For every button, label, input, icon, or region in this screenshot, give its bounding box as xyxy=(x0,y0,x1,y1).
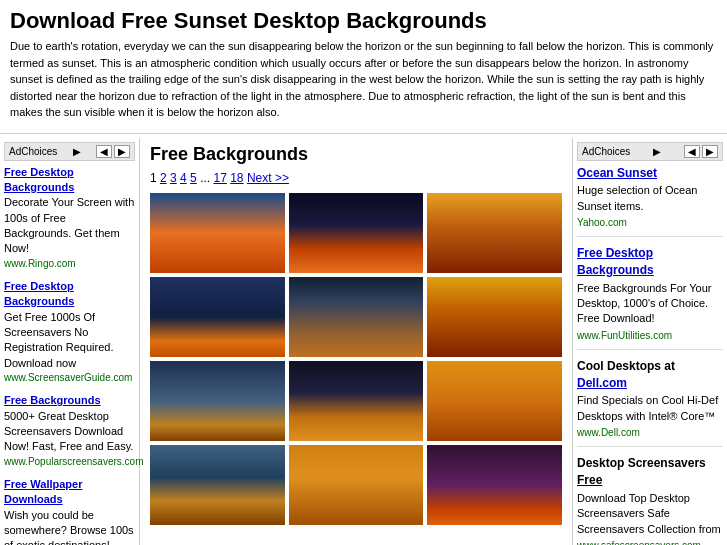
grid-image-5[interactable] xyxy=(289,277,424,357)
left-ad-desc-4: Wish you could be somewhere? Browse 100s… xyxy=(4,508,135,545)
left-ad-prev-button[interactable]: ◀ xyxy=(96,145,112,158)
grid-image-2[interactable] xyxy=(289,193,424,273)
left-ad-choices-label: AdChoices xyxy=(9,146,57,157)
right-ad-desc-1: Huge selection of Ocean Sunset items. xyxy=(577,183,723,214)
left-ad-desc-1: Decorate Your Screen with 100s of Free B… xyxy=(4,195,135,257)
right-ad-url-4: www.safescreensavers.com xyxy=(577,539,723,545)
left-ad-link-4[interactable]: Free WallpaperDownloads xyxy=(4,478,82,505)
left-ad-desc-2: Get Free 1000s Of Screensavers No Regist… xyxy=(4,310,135,372)
right-ad-title-1: Ocean Sunset xyxy=(577,165,723,182)
grid-image-11[interactable] xyxy=(289,445,424,525)
left-ad-item-4: Free WallpaperDownloads Wish you could b… xyxy=(4,477,135,545)
right-ad-nav[interactable]: ◀ ▶ xyxy=(684,145,718,158)
center-content: Free Backgrounds 1 2 3 4 5 ... 17 18 Nex… xyxy=(140,138,572,546)
left-ad-item-2: Free DesktopBackgrounds Get Free 1000s O… xyxy=(4,279,135,385)
left-ad-next-button[interactable]: ▶ xyxy=(114,145,130,158)
grid-image-8[interactable] xyxy=(289,361,424,441)
grid-image-9[interactable] xyxy=(427,361,562,441)
left-ad-icon: ▶ xyxy=(73,146,81,157)
right-ad-prev-button[interactable]: ◀ xyxy=(684,145,700,158)
page-description: Due to earth's rotation, everyday we can… xyxy=(0,38,727,129)
right-sidebar: AdChoices ▶ ◀ ▶ Ocean Sunset Huge select… xyxy=(572,138,727,546)
right-ad-next-button[interactable]: ▶ xyxy=(702,145,718,158)
grid-image-12[interactable] xyxy=(427,445,562,525)
page-link-5[interactable]: 5 xyxy=(190,171,197,185)
left-ad-item-3: Free Backgrounds 5000+ Great Desktop Scr… xyxy=(4,393,135,469)
grid-image-3[interactable] xyxy=(427,193,562,273)
grid-image-10[interactable] xyxy=(150,445,285,525)
right-ad-desc-3: Find Specials on Cool Hi-Def Desktops wi… xyxy=(577,393,723,424)
left-ad-desc-3: 5000+ Great Desktop Screensavers Downloa… xyxy=(4,409,135,455)
right-ad-desc-4: Download Top Desktop Screensavers Safe S… xyxy=(577,491,723,537)
left-sidebar: AdChoices ▶ ◀ ▶ Free DesktopBackgrounds … xyxy=(0,138,140,546)
header-divider xyxy=(0,133,727,134)
right-ad-title-3: Cool Desktops atDell.com xyxy=(577,358,723,392)
right-ad-desc-2: Free Backgrounds For Your Desktop, 1000'… xyxy=(577,281,723,327)
right-ad-link-3[interactable]: Dell.com xyxy=(577,376,627,390)
right-ad-choices-bar: AdChoices ▶ ◀ ▶ xyxy=(577,142,723,161)
right-ad-link-1[interactable]: Ocean Sunset xyxy=(577,166,657,180)
right-ad-item-3: Cool Desktops atDell.com Find Specials o… xyxy=(577,358,723,447)
pagination: 1 2 3 4 5 ... 17 18 Next >> xyxy=(150,171,562,185)
right-ad-url-2: www.FunUtilities.com xyxy=(577,329,723,343)
grid-image-6[interactable] xyxy=(427,277,562,357)
right-ad-link-2[interactable]: Free DesktopBackgrounds xyxy=(577,246,654,277)
left-ad-link-3[interactable]: Free Backgrounds xyxy=(4,394,101,406)
right-ad-item-2: Free DesktopBackgrounds Free Backgrounds… xyxy=(577,245,723,350)
grid-image-4[interactable] xyxy=(150,277,285,357)
left-ad-item-1: Free DesktopBackgrounds Decorate Your Sc… xyxy=(4,165,135,271)
left-ad-url-3: www.Popularscreensavers.com xyxy=(4,455,135,469)
right-ad-url-1: Yahoo.com xyxy=(577,216,723,230)
right-ad-item-1: Ocean Sunset Huge selection of Ocean Sun… xyxy=(577,165,723,238)
left-ad-link-2[interactable]: Free DesktopBackgrounds xyxy=(4,280,74,307)
free-backgrounds-title: Free Backgrounds xyxy=(150,144,562,165)
right-ad-choices-label: AdChoices xyxy=(582,146,630,157)
page-next-link[interactable]: Next >> xyxy=(247,171,289,185)
page-link-17[interactable]: 17 xyxy=(213,171,226,185)
right-ad-item-4: Desktop ScreensaversFree Download Top De… xyxy=(577,455,723,545)
right-ad-title-4: Desktop ScreensaversFree xyxy=(577,455,723,489)
right-ad-url-3: www.Dell.com xyxy=(577,426,723,440)
page-link-2[interactable]: 2 xyxy=(160,171,167,185)
main-layout: AdChoices ▶ ◀ ▶ Free DesktopBackgrounds … xyxy=(0,138,727,546)
page-ellipsis: ... xyxy=(200,171,213,185)
page-link-18[interactable]: 18 xyxy=(230,171,243,185)
left-ad-url-1: www.Ringo.com xyxy=(4,257,135,271)
right-ad-title-2: Free DesktopBackgrounds xyxy=(577,245,723,279)
image-grid xyxy=(150,193,562,525)
left-ad-nav[interactable]: ◀ ▶ xyxy=(96,145,130,158)
page-current: 1 xyxy=(150,171,160,185)
page-link-4[interactable]: 4 xyxy=(180,171,187,185)
grid-image-1[interactable] xyxy=(150,193,285,273)
page-link-3[interactable]: 3 xyxy=(170,171,177,185)
left-ad-choices-bar: AdChoices ▶ ◀ ▶ xyxy=(4,142,135,161)
left-ad-link-1[interactable]: Free DesktopBackgrounds xyxy=(4,166,74,193)
right-ad-icon: ▶ xyxy=(653,146,661,157)
grid-image-7[interactable] xyxy=(150,361,285,441)
page-title: Download Free Sunset Desktop Backgrounds xyxy=(0,0,727,38)
left-ad-url-2: www.ScreensaverGuide.com xyxy=(4,371,135,385)
